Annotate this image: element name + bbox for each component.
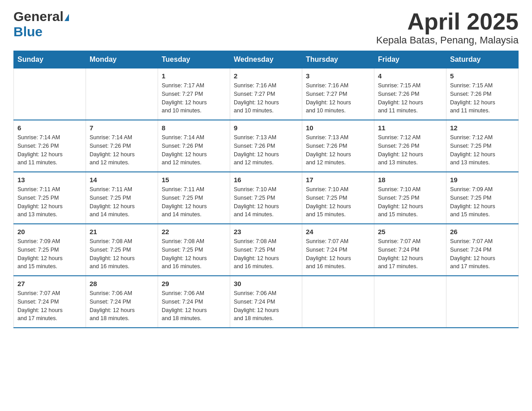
day-number: 21 <box>90 228 154 235</box>
day-number: 3 <box>306 72 370 80</box>
logo-triangle-icon <box>64 14 69 21</box>
calendar-day-cell <box>302 276 374 328</box>
day-info: Sunrise: 7:09 AM Sunset: 7:25 PM Dayligh… <box>450 185 515 219</box>
calendar-day-cell: 24Sunrise: 7:07 AM Sunset: 7:24 PM Dayli… <box>302 224 374 276</box>
day-number: 30 <box>234 280 298 287</box>
calendar-day-cell: 25Sunrise: 7:07 AM Sunset: 7:24 PM Dayli… <box>374 224 446 276</box>
day-of-week-header: Sunday <box>14 51 86 68</box>
title-block: April 2025 Kepala Batas, Penang, Malaysi… <box>376 9 519 46</box>
day-number: 24 <box>306 228 370 235</box>
calendar-day-cell: 30Sunrise: 7:06 AM Sunset: 7:24 PM Dayli… <box>230 276 302 328</box>
day-info: Sunrise: 7:11 AM Sunset: 7:25 PM Dayligh… <box>162 185 226 219</box>
day-info: Sunrise: 7:08 AM Sunset: 7:25 PM Dayligh… <box>162 237 226 271</box>
calendar-day-cell: 13Sunrise: 7:11 AM Sunset: 7:25 PM Dayli… <box>14 172 86 224</box>
day-number: 28 <box>90 280 154 287</box>
day-info: Sunrise: 7:13 AM Sunset: 7:26 PM Dayligh… <box>306 133 370 167</box>
day-info: Sunrise: 7:12 AM Sunset: 7:25 PM Dayligh… <box>450 133 515 167</box>
day-number: 8 <box>162 124 226 132</box>
page-subtitle: Kepala Batas, Penang, Malaysia <box>376 34 519 46</box>
calendar-day-cell <box>86 68 158 120</box>
day-info: Sunrise: 7:16 AM Sunset: 7:27 PM Dayligh… <box>306 81 370 115</box>
day-info: Sunrise: 7:12 AM Sunset: 7:26 PM Dayligh… <box>378 133 442 167</box>
day-number: 11 <box>378 124 442 132</box>
calendar-day-cell: 2Sunrise: 7:16 AM Sunset: 7:27 PM Daylig… <box>230 68 302 120</box>
calendar-week-row: 13Sunrise: 7:11 AM Sunset: 7:25 PM Dayli… <box>14 172 519 224</box>
day-number: 20 <box>17 228 82 235</box>
day-info: Sunrise: 7:06 AM Sunset: 7:24 PM Dayligh… <box>234 289 298 323</box>
header-row: SundayMondayTuesdayWednesdayThursdayFrid… <box>14 51 519 68</box>
calendar-week-row: 27Sunrise: 7:07 AM Sunset: 7:24 PM Dayli… <box>14 276 519 328</box>
page-header: General Blue April 2025 Kepala Batas, Pe… <box>13 9 519 46</box>
day-number: 9 <box>234 124 298 132</box>
day-of-week-header: Thursday <box>302 51 374 68</box>
calendar-day-cell: 5Sunrise: 7:15 AM Sunset: 7:26 PM Daylig… <box>446 68 519 120</box>
calendar-day-cell: 10Sunrise: 7:13 AM Sunset: 7:26 PM Dayli… <box>302 120 374 172</box>
day-info: Sunrise: 7:17 AM Sunset: 7:27 PM Dayligh… <box>162 81 226 115</box>
calendar-day-cell: 9Sunrise: 7:13 AM Sunset: 7:26 PM Daylig… <box>230 120 302 172</box>
calendar-day-cell: 18Sunrise: 7:10 AM Sunset: 7:25 PM Dayli… <box>374 172 446 224</box>
day-info: Sunrise: 7:06 AM Sunset: 7:24 PM Dayligh… <box>162 289 226 323</box>
day-info: Sunrise: 7:11 AM Sunset: 7:25 PM Dayligh… <box>17 185 82 219</box>
day-number: 6 <box>17 124 82 132</box>
day-number: 4 <box>378 72 442 80</box>
day-number: 14 <box>90 176 154 184</box>
day-number: 22 <box>162 228 226 235</box>
day-info: Sunrise: 7:16 AM Sunset: 7:27 PM Dayligh… <box>234 81 298 115</box>
page-title: April 2025 <box>376 9 519 34</box>
day-number: 1 <box>162 72 226 80</box>
day-info: Sunrise: 7:08 AM Sunset: 7:25 PM Dayligh… <box>90 237 154 271</box>
day-info: Sunrise: 7:11 AM Sunset: 7:25 PM Dayligh… <box>90 185 154 219</box>
calendar-day-cell: 22Sunrise: 7:08 AM Sunset: 7:25 PM Dayli… <box>158 224 230 276</box>
day-info: Sunrise: 7:06 AM Sunset: 7:24 PM Dayligh… <box>90 289 154 323</box>
calendar-day-cell: 11Sunrise: 7:12 AM Sunset: 7:26 PM Dayli… <box>374 120 446 172</box>
day-info: Sunrise: 7:14 AM Sunset: 7:26 PM Dayligh… <box>162 133 226 167</box>
day-info: Sunrise: 7:09 AM Sunset: 7:25 PM Dayligh… <box>17 237 82 271</box>
day-number: 5 <box>450 72 515 80</box>
calendar-week-row: 20Sunrise: 7:09 AM Sunset: 7:25 PM Dayli… <box>14 224 519 276</box>
day-number: 16 <box>234 176 298 184</box>
day-number: 17 <box>306 176 370 184</box>
calendar-day-cell: 7Sunrise: 7:14 AM Sunset: 7:26 PM Daylig… <box>86 120 158 172</box>
calendar-day-cell: 1Sunrise: 7:17 AM Sunset: 7:27 PM Daylig… <box>158 68 230 120</box>
calendar-day-cell: 15Sunrise: 7:11 AM Sunset: 7:25 PM Dayli… <box>158 172 230 224</box>
logo-blue-text: Blue <box>13 24 43 39</box>
day-info: Sunrise: 7:14 AM Sunset: 7:26 PM Dayligh… <box>90 133 154 167</box>
calendar-day-cell: 16Sunrise: 7:10 AM Sunset: 7:25 PM Dayli… <box>230 172 302 224</box>
day-info: Sunrise: 7:15 AM Sunset: 7:26 PM Dayligh… <box>450 81 515 115</box>
day-of-week-header: Tuesday <box>158 51 230 68</box>
calendar-day-cell <box>446 276 519 328</box>
day-info: Sunrise: 7:13 AM Sunset: 7:26 PM Dayligh… <box>234 133 298 167</box>
day-number: 19 <box>450 176 515 184</box>
day-info: Sunrise: 7:07 AM Sunset: 7:24 PM Dayligh… <box>378 237 442 271</box>
calendar-week-row: 1Sunrise: 7:17 AM Sunset: 7:27 PM Daylig… <box>14 68 519 120</box>
calendar-day-cell: 19Sunrise: 7:09 AM Sunset: 7:25 PM Dayli… <box>446 172 519 224</box>
calendar-table: SundayMondayTuesdayWednesdayThursdayFrid… <box>13 51 519 328</box>
day-info: Sunrise: 7:07 AM Sunset: 7:24 PM Dayligh… <box>450 237 515 271</box>
day-number: 27 <box>17 280 82 287</box>
day-number: 29 <box>162 280 226 287</box>
logo-general-text: General <box>13 9 64 24</box>
day-number: 23 <box>234 228 298 235</box>
day-number: 7 <box>90 124 154 132</box>
calendar-day-cell: 14Sunrise: 7:11 AM Sunset: 7:25 PM Dayli… <box>86 172 158 224</box>
calendar-day-cell: 21Sunrise: 7:08 AM Sunset: 7:25 PM Dayli… <box>86 224 158 276</box>
calendar-day-cell: 28Sunrise: 7:06 AM Sunset: 7:24 PM Dayli… <box>86 276 158 328</box>
day-of-week-header: Friday <box>374 51 446 68</box>
calendar-day-cell: 29Sunrise: 7:06 AM Sunset: 7:24 PM Dayli… <box>158 276 230 328</box>
calendar-day-cell: 20Sunrise: 7:09 AM Sunset: 7:25 PM Dayli… <box>14 224 86 276</box>
calendar-day-cell: 27Sunrise: 7:07 AM Sunset: 7:24 PM Dayli… <box>14 276 86 328</box>
calendar-day-cell: 8Sunrise: 7:14 AM Sunset: 7:26 PM Daylig… <box>158 120 230 172</box>
day-number: 13 <box>17 176 82 184</box>
calendar-day-cell: 12Sunrise: 7:12 AM Sunset: 7:25 PM Dayli… <box>446 120 519 172</box>
day-number: 26 <box>450 228 515 235</box>
day-number: 15 <box>162 176 226 184</box>
calendar-header: SundayMondayTuesdayWednesdayThursdayFrid… <box>14 51 519 68</box>
calendar-day-cell <box>14 68 86 120</box>
day-info: Sunrise: 7:14 AM Sunset: 7:26 PM Dayligh… <box>17 133 82 167</box>
day-info: Sunrise: 7:10 AM Sunset: 7:25 PM Dayligh… <box>306 185 370 219</box>
day-info: Sunrise: 7:10 AM Sunset: 7:25 PM Dayligh… <box>378 185 442 219</box>
calendar-day-cell: 26Sunrise: 7:07 AM Sunset: 7:24 PM Dayli… <box>446 224 519 276</box>
calendar-body: 1Sunrise: 7:17 AM Sunset: 7:27 PM Daylig… <box>14 68 519 328</box>
calendar-day-cell: 3Sunrise: 7:16 AM Sunset: 7:27 PM Daylig… <box>302 68 374 120</box>
calendar-day-cell: 23Sunrise: 7:08 AM Sunset: 7:25 PM Dayli… <box>230 224 302 276</box>
